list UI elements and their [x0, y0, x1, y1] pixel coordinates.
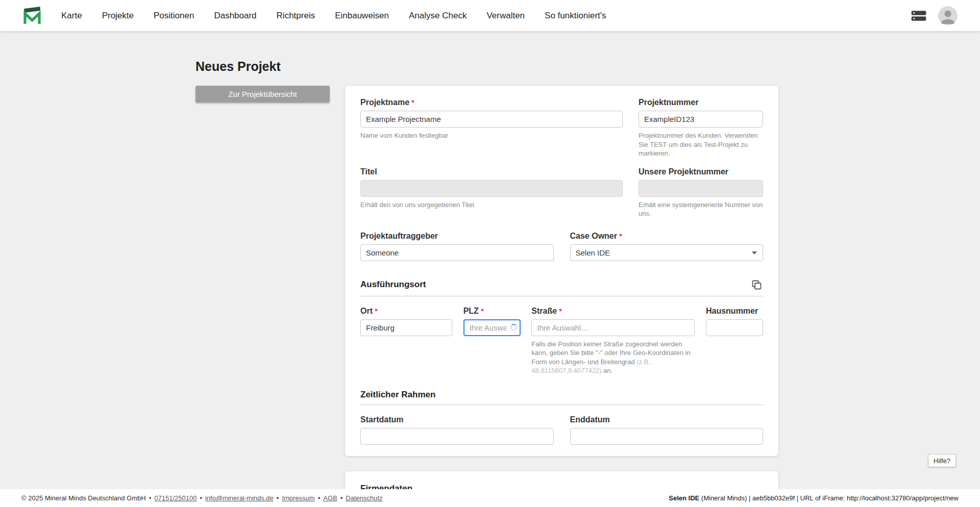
footer-session-details: (Mineral Minds) | aeb5bb032e9f | URL of … — [699, 494, 959, 502]
plz-label: PLZ * — [463, 307, 521, 316]
section-ausfuehrungsort: Ausführungsort — [360, 278, 763, 296]
copy-button[interactable] — [750, 278, 763, 291]
projektnummer-input[interactable] — [639, 111, 763, 128]
nav-item-einbauweisen[interactable]: Einbauweisen — [335, 11, 389, 21]
projektname-helper: Name vom Kunden festlegbar — [360, 131, 623, 140]
hausnummer-label-text: Hausnummer — [706, 307, 758, 316]
nav-item-dashboard[interactable]: Dashboard — [214, 11, 256, 21]
unsere-projektnummer-label: Unsere Projektnummer — [639, 167, 763, 176]
unsere-projektnummer-label-text: Unsere Projektnummer — [639, 167, 728, 176]
projektnummer-helper: Projektnummer des Kunden. Verwenden Sie … — [639, 131, 763, 158]
strasse-label: Straße * — [531, 307, 695, 316]
titel-input — [360, 180, 623, 197]
field-unsere-projektnummer: Unsere Projektnummer Erhält eine systemg… — [639, 167, 763, 218]
ort-input[interactable] — [360, 319, 452, 336]
field-titel: Titel Erhält den von uns vorgegebenen Ti… — [360, 167, 623, 218]
back-to-project-overview-button[interactable]: Zur Projektübersicht — [195, 86, 330, 103]
case-owner-label-text: Case Owner — [570, 232, 617, 241]
nav-item-richtpreis[interactable]: Richtpreis — [277, 11, 315, 21]
required-asterisk: * — [375, 307, 378, 315]
loading-spinner-icon — [510, 324, 517, 331]
field-projektnummer: Projektnummer Projektnummer des Kunden. … — [639, 98, 763, 158]
chevron-down-icon — [752, 251, 757, 255]
strasse-label-text: Straße — [531, 307, 557, 316]
copy-icon — [751, 280, 762, 290]
footer-bar: © 2025 Mineral Minds Deutschland GmbH • … — [0, 489, 980, 507]
nav-item-analyse-check[interactable]: Analyse Check — [409, 11, 467, 21]
footer-link-impressum[interactable]: Impressum — [282, 494, 314, 502]
field-case-owner: Case Owner * Selen IDE — [570, 232, 764, 261]
enddatum-label-text: Enddatum — [570, 415, 610, 424]
footer-link-email[interactable]: info@mineral-minds.de — [205, 494, 274, 502]
case-owner-label: Case Owner * — [570, 232, 764, 241]
projektnummer-label-text: Projektnummer — [639, 98, 698, 107]
nav-item-so-funktionierts[interactable]: So funktioniert's — [545, 11, 606, 21]
projektauftraggeber-input[interactable] — [360, 244, 554, 261]
footer-separator: • — [318, 494, 321, 502]
projektname-label-text: Projektname — [360, 98, 409, 107]
field-strasse: Straße * Falls die Position keiner Straß… — [531, 307, 695, 375]
ort-label: Ort * — [360, 307, 452, 316]
section-zeitlicher-rahmen: Zeitlicher Rahmen — [360, 390, 763, 405]
field-plz: PLZ * — [463, 307, 521, 375]
page-title: Neues Projekt — [195, 59, 281, 74]
case-owner-select[interactable]: Selen IDE — [570, 244, 764, 261]
projektname-label: Projektname * — [360, 98, 623, 107]
server-icon[interactable] — [911, 9, 927, 22]
startdatum-label: Startdatum — [360, 415, 554, 424]
unsere-projektnummer-input — [639, 180, 763, 197]
hausnummer-input[interactable] — [706, 319, 763, 336]
new-project-form-card: Projektname * Name vom Kunden festlegbar… — [345, 86, 778, 456]
required-asterisk: * — [481, 307, 484, 315]
field-projektauftraggeber: Projektauftraggeber — [360, 232, 554, 261]
footer-link-datenschutz[interactable]: Datenschutz — [346, 494, 382, 502]
footer-link-agb[interactable]: AGB — [323, 494, 337, 502]
projektauftraggeber-label-text: Projektauftraggeber — [360, 232, 438, 241]
footer-separator: • — [277, 494, 279, 502]
strasse-helper-suffix: an. — [601, 367, 612, 374]
titel-helper: Erhält den von uns vorgegebenen Titel. — [360, 200, 623, 210]
top-nav-bar: Karte Projekte Positionen Dashboard Rich… — [0, 0, 980, 31]
server-icon-glyph — [911, 9, 927, 22]
user-avatar[interactable] — [938, 6, 958, 26]
projektnummer-label: Projektnummer — [639, 98, 763, 107]
titel-label: Titel — [360, 167, 623, 176]
nav-item-karte[interactable]: Karte — [61, 11, 82, 21]
projektname-input[interactable] — [360, 111, 623, 128]
ausfuehrungsort-section-title: Ausführungsort — [360, 280, 426, 290]
required-asterisk: * — [559, 307, 562, 315]
enddatum-input[interactable] — [570, 428, 764, 445]
row-ort-plz-strasse-hausnummer: Ort * PLZ * Straße * — [360, 307, 763, 375]
user-avatar-icon — [938, 6, 958, 26]
nav-item-projekte[interactable]: Projekte — [102, 11, 134, 21]
startdatum-label-text: Startdatum — [360, 415, 403, 424]
enddatum-label: Enddatum — [570, 415, 764, 424]
footer-session-info: Selen IDE (Mineral Minds) | aeb5bb032e9f… — [669, 494, 959, 502]
footer-left: © 2025 Mineral Minds Deutschland GmbH • … — [21, 494, 383, 502]
form-cards-column: Projektname * Name vom Kunden festlegbar… — [345, 86, 778, 507]
strasse-helper: Falls die Position keiner Straße zugeord… — [531, 340, 695, 375]
hausnummer-label: Hausnummer — [706, 307, 763, 316]
strasse-helper-main: Falls die Position keiner Straße zugeord… — [531, 340, 690, 366]
case-owner-selected-value: Selen IDE — [576, 248, 610, 257]
footer-link-phone[interactable]: 07151/250100 — [154, 494, 197, 502]
field-hausnummer: Hausnummer — [706, 307, 763, 375]
projektauftraggeber-label: Projektauftraggeber — [360, 232, 554, 241]
unsere-projektnummer-helper: Erhält eine systemgenerierte Nummer von … — [639, 200, 763, 218]
mineral-minds-logo[interactable] — [21, 5, 43, 27]
strasse-input[interactable] — [531, 319, 695, 336]
row-projektname-projektnummer: Projektname * Name vom Kunden festlegbar… — [360, 98, 763, 158]
plz-label-text: PLZ — [463, 307, 479, 316]
startdatum-input[interactable] — [360, 428, 554, 445]
footer-user-name: Selen IDE — [669, 494, 699, 502]
mineral-minds-logo-icon — [21, 5, 43, 27]
nav-item-positionen[interactable]: Positionen — [154, 11, 194, 21]
field-ort: Ort * — [360, 307, 452, 375]
footer-separator: • — [200, 494, 202, 502]
help-button[interactable]: Hilfe? — [928, 454, 956, 467]
row-titel-unsere-projektnummer: Titel Erhält den von uns vorgegebenen Ti… — [360, 167, 763, 218]
nav-item-verwalten[interactable]: Verwalten — [486, 11, 525, 21]
plz-input-wrapper — [463, 319, 521, 336]
main-nav: Karte Projekte Positionen Dashboard Rich… — [61, 11, 606, 21]
ort-label-text: Ort — [360, 307, 373, 316]
